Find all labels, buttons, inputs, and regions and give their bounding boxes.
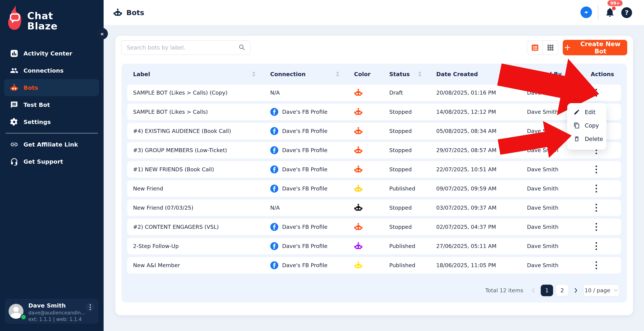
bot-status: Draft bbox=[389, 89, 436, 96]
pencil-icon bbox=[574, 109, 580, 115]
column-header-date-created[interactable]: Date Created bbox=[436, 71, 527, 77]
headset-icon bbox=[10, 157, 18, 166]
help-icon[interactable]: ? bbox=[621, 7, 632, 18]
bot-label: SAMPLE BOT (Likes > Calls) (Copy) bbox=[133, 89, 270, 96]
sidebar-divider bbox=[6, 133, 98, 133]
column-header-connection[interactable]: Connection bbox=[270, 71, 354, 77]
table-row[interactable]: 2-Step Follow-Up Dave's FB Profile Publi… bbox=[127, 238, 621, 254]
facebook-icon bbox=[270, 165, 278, 174]
row-actions-kebab[interactable] bbox=[591, 202, 602, 213]
sidebar-item-label: Connections bbox=[24, 67, 64, 74]
sidebar-item-test-bot[interactable]: Test Bot bbox=[4, 96, 99, 113]
user-menu-kebab[interactable] bbox=[86, 303, 94, 312]
bot-connection: Dave's FB Profile bbox=[270, 223, 354, 231]
table-row[interactable]: SAMPLE BOT (Likes > Calls) (Copy) N/A Dr… bbox=[127, 84, 621, 101]
row-actions-kebab[interactable] bbox=[591, 241, 602, 252]
online-status-dot bbox=[20, 314, 26, 320]
bot-connection: Dave's FB Profile bbox=[270, 261, 354, 269]
sort-icon[interactable] bbox=[418, 71, 422, 77]
table-row[interactable]: SAMPLE BOT (Likes > Calls) Dave's FB Pro… bbox=[127, 104, 621, 120]
table-row[interactable]: #3) GROUP MEMBERS (Low-Ticket) Dave's FB… bbox=[127, 142, 621, 158]
bot-status: Published bbox=[389, 185, 436, 192]
column-header-created-by[interactable]: Created By bbox=[527, 71, 591, 77]
sidebar-item-bots[interactable]: Bots bbox=[4, 79, 99, 96]
table-row[interactable]: New Friend (07/03/25) N/A Stopped 03/07/… bbox=[127, 200, 621, 216]
bot-connection: Dave's FB Profile bbox=[270, 165, 354, 174]
date-created: 29/07/2025, 08:57 AM bbox=[436, 147, 527, 153]
date-created: 09/07/2025, 09:59 AM bbox=[436, 185, 527, 192]
row-actions-kebab[interactable] bbox=[591, 164, 602, 175]
facebook-icon bbox=[270, 223, 278, 231]
sort-icon[interactable] bbox=[336, 71, 340, 77]
connection-label: N/A bbox=[270, 205, 280, 211]
connection-label: Dave's FB Profile bbox=[282, 109, 328, 115]
list-view-button[interactable] bbox=[527, 40, 543, 54]
create-new-bot-button[interactable]: + Create New Bot bbox=[563, 40, 627, 55]
sort-icon[interactable] bbox=[252, 71, 256, 77]
robot-color-icon bbox=[354, 223, 362, 231]
bot-connection: N/A bbox=[270, 89, 354, 96]
notification-dot bbox=[612, 6, 616, 10]
table-row[interactable]: #2) CONTENT ENGAGERS (VSL) Dave's FB Pro… bbox=[127, 219, 621, 235]
row-actions-kebab[interactable] bbox=[591, 221, 602, 233]
main-area: Bots 99+ ? bbox=[104, 0, 644, 331]
context-menu-delete[interactable]: Delete bbox=[567, 132, 606, 146]
copy-icon bbox=[574, 122, 580, 129]
messenger-icon[interactable] bbox=[580, 6, 592, 19]
robot-color-icon bbox=[354, 108, 362, 116]
chat-icon bbox=[10, 101, 18, 109]
grid-view-icon bbox=[547, 44, 554, 51]
total-items-label: Total 12 items bbox=[485, 287, 523, 294]
search-input[interactable] bbox=[126, 44, 238, 51]
page-title: Bots bbox=[113, 8, 144, 17]
table-row[interactable]: #4) EXISTING AUDIENCE (Book Call) Dave's… bbox=[127, 123, 621, 139]
bot-connection: Dave's FB Profile bbox=[270, 185, 354, 193]
sidebar-item-label: Bots bbox=[24, 84, 38, 91]
pagination: Total 12 items 12 10 / page bbox=[485, 284, 620, 297]
sidebar-collapse-button[interactable]: « bbox=[96, 28, 108, 39]
table-row[interactable]: #1) NEW FRIENDS (Book Call) Dave's FB Pr… bbox=[127, 161, 621, 178]
page-size-select[interactable]: 10 / page bbox=[583, 284, 620, 297]
column-header-status[interactable]: Status bbox=[389, 71, 436, 77]
brand-name: Chat Blaze bbox=[27, 11, 58, 31]
page-button-2[interactable]: 2 bbox=[556, 285, 568, 296]
bot-color bbox=[354, 89, 389, 97]
row-actions-kebab[interactable] bbox=[591, 87, 602, 98]
bot-status: Published bbox=[389, 262, 436, 269]
column-header-label[interactable]: Label bbox=[133, 71, 270, 77]
row-actions bbox=[591, 241, 615, 252]
sort-icon[interactable] bbox=[509, 71, 512, 77]
page-button-1[interactable]: 1 bbox=[541, 285, 553, 296]
row-actions-kebab[interactable] bbox=[591, 260, 602, 271]
facebook-icon bbox=[270, 261, 278, 269]
row-actions-kebab[interactable] bbox=[591, 183, 602, 194]
table-row[interactable]: New A&I Member Dave's FB Profile Publish… bbox=[127, 257, 621, 274]
robot-color-icon bbox=[354, 165, 362, 173]
grid-view-button[interactable] bbox=[543, 40, 558, 54]
sidebar-item-label: Get Affiliate Link bbox=[24, 141, 78, 148]
previous-page-button[interactable] bbox=[530, 285, 537, 296]
row-actions bbox=[591, 164, 615, 175]
sidebar-item-support[interactable]: Get Support bbox=[4, 153, 99, 170]
bot-label: #4) EXISTING AUDIENCE (Book Call) bbox=[133, 128, 270, 134]
bot-status: Stopped bbox=[389, 109, 436, 115]
notifications-bell[interactable]: 99+ bbox=[604, 7, 615, 18]
bots-table: Label Connection Color Status Date Creat… bbox=[122, 64, 627, 303]
sidebar-item-settings[interactable]: Settings bbox=[4, 113, 99, 130]
robot-title-icon bbox=[113, 8, 122, 17]
gear-icon bbox=[10, 118, 18, 126]
sidebar-item-activity-center[interactable]: Activity Center bbox=[4, 45, 99, 62]
created-by: Dave Smith bbox=[527, 243, 591, 249]
connection-label: Dave's FB Profile bbox=[282, 185, 328, 192]
bot-label: New Friend bbox=[133, 185, 270, 192]
sidebar-item-affiliate-link[interactable]: Get Affiliate Link bbox=[4, 136, 99, 153]
context-menu-copy[interactable]: Copy bbox=[567, 119, 606, 132]
search-box[interactable] bbox=[121, 40, 250, 55]
sidebar-item-label: Activity Center bbox=[24, 50, 72, 57]
sidebar-item-connections[interactable]: Connections bbox=[4, 62, 99, 79]
context-menu-edit[interactable]: Edit bbox=[567, 105, 606, 119]
date-created: 05/08/2025, 08:34 AM bbox=[436, 128, 527, 134]
table-row[interactable]: New Friend Dave's FB Profile Published 0… bbox=[127, 180, 621, 197]
sort-icon[interactable] bbox=[572, 71, 576, 77]
next-page-button[interactable] bbox=[572, 285, 580, 296]
